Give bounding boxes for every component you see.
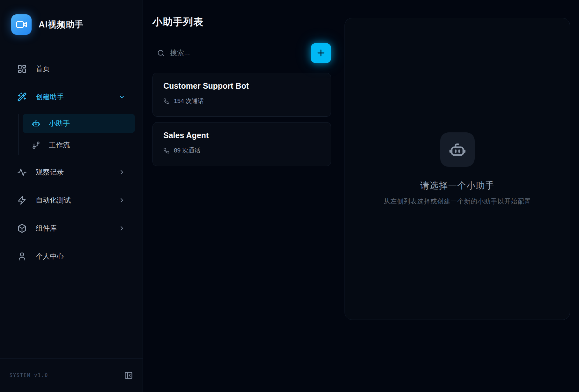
search-input[interactable] — [170, 43, 306, 63]
main-content: 小助手列表 Customer Support Bot — [143, 0, 579, 392]
wand-sparkles-icon — [17, 92, 27, 102]
video-camera-icon — [15, 18, 27, 31]
chevron-right-icon — [118, 225, 125, 232]
chevron-right-icon — [118, 169, 125, 176]
sidebar-item-create-assistant[interactable]: 创建助手 — [8, 88, 135, 106]
sidebar-item-label: 个人中心 — [36, 252, 64, 261]
workflow-icon — [32, 141, 41, 150]
sidebar-footer: SYSTEM v1.0 — [0, 358, 143, 392]
empty-state-icon-box — [440, 132, 475, 167]
sidebar-item-label: 小助手 — [49, 119, 70, 128]
chevron-down-icon — [118, 93, 125, 100]
bot-icon — [32, 119, 41, 128]
create-assistant-submenu: 小助手 工作流 — [18, 114, 135, 155]
empty-state-subtitle: 从左侧列表选择或创建一个新的小助手以开始配置 — [384, 197, 531, 206]
sidebar-nav: 首页 创建助手 — [0, 49, 143, 358]
sidebar-item-assistants[interactable]: 小助手 — [23, 114, 135, 133]
search-icon — [157, 49, 165, 57]
app-header: AI视频助手 — [0, 0, 143, 49]
empty-state-title: 请选择一个小助手 — [420, 180, 494, 192]
sidebar-item-label: 创建助手 — [36, 92, 64, 102]
search-row — [152, 43, 331, 63]
box-icon — [17, 224, 27, 233]
plus-icon — [316, 48, 326, 58]
sidebar-item-label: 观察记录 — [36, 167, 64, 177]
sidebar-item-profile[interactable]: 个人中心 — [8, 247, 135, 266]
page-title: 小助手列表 — [152, 15, 331, 29]
assistant-meta: 89 次通话 — [163, 146, 320, 155]
app-logo — [11, 14, 32, 35]
assistant-card[interactable]: Sales Agent 89 次通话 — [152, 122, 331, 166]
assistant-card[interactable]: Customer Support Bot 154 次通话 — [152, 73, 331, 117]
sidebar-collapse-button[interactable] — [124, 371, 133, 380]
assistant-list-panel: 小助手列表 Customer Support Bot — [152, 15, 331, 392]
call-count: 154 次通话 — [174, 97, 204, 105]
sidebar-item-label: 自动化测试 — [36, 196, 71, 205]
assistant-name: Customer Support Bot — [163, 81, 320, 91]
sidebar-item-label: 组件库 — [36, 224, 57, 233]
assistant-detail-panel: 请选择一个小助手 从左侧列表选择或创建一个新的小助手以开始配置 — [345, 18, 570, 320]
user-icon — [17, 252, 27, 261]
sidebar-item-label: 首页 — [36, 64, 50, 74]
assistant-name: Sales Agent — [163, 131, 320, 140]
assistant-meta: 154 次通话 — [163, 97, 320, 105]
zap-icon — [17, 196, 27, 205]
panel-collapse-icon — [124, 371, 133, 380]
sidebar-item-label: 工作流 — [49, 140, 70, 150]
sidebar-item-home[interactable]: 首页 — [8, 60, 135, 78]
call-count: 89 次通话 — [174, 146, 200, 155]
sidebar-item-component-library[interactable]: 组件库 — [8, 219, 135, 238]
bot-icon — [448, 140, 467, 159]
sidebar-item-workflow[interactable]: 工作流 — [23, 136, 135, 155]
add-assistant-button[interactable] — [311, 43, 331, 63]
system-version: SYSTEM v1.0 — [10, 373, 48, 378]
phone-icon — [163, 148, 169, 154]
app-title: AI视频助手 — [39, 19, 84, 30]
activity-icon — [17, 167, 27, 177]
sidebar: AI视频助手 首页 创建助手 — [0, 0, 143, 392]
sidebar-item-automated-testing[interactable]: 自动化测试 — [8, 191, 135, 210]
sidebar-item-observe-records[interactable]: 观察记录 — [8, 163, 135, 181]
dashboard-icon — [17, 64, 27, 74]
phone-icon — [163, 98, 169, 104]
chevron-right-icon — [118, 197, 125, 204]
